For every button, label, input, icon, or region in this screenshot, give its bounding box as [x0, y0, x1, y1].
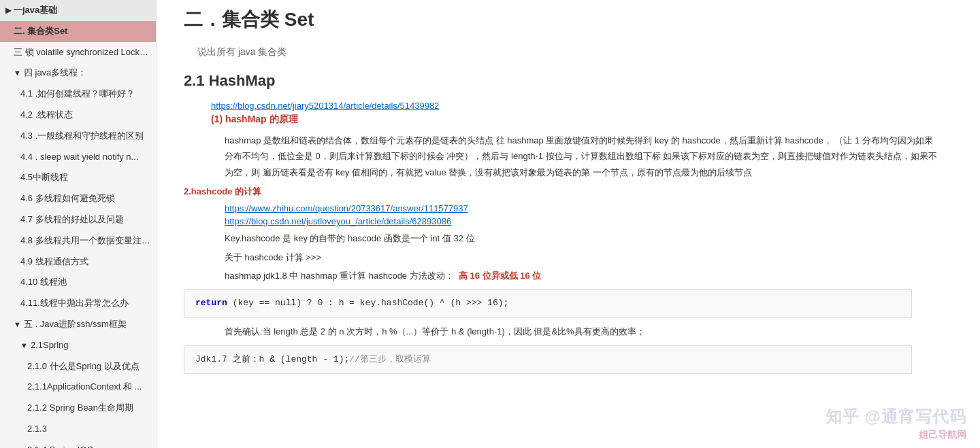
hashcode-calc-intro: 关于 hashcode 计算 >>>	[184, 249, 953, 265]
sidebar-item-4-5[interactable]: 4.5中断线程	[0, 167, 156, 188]
sidebar-item-4-4[interactable]: 4.4 . sleep wait yield notify n...	[0, 147, 156, 168]
sidebar: ▶一java基础 二. 集合类Set 三 锁 volatile synchron…	[0, 0, 157, 448]
arrow-icon: ▼	[14, 67, 21, 80]
code-content-2: Jdk1.7 之前：h & (length - 1);//第三步，取模运算	[184, 345, 912, 375]
hashmap-description: hashmap 是数组和链表的结合体，数组每个元素存的是链表的头结点 往 has…	[184, 133, 953, 180]
sidebar-item-set[interactable]: 二. 集合类Set	[0, 21, 156, 42]
length-explanation: 首先确认:当 length 总是 2 的 n 次方时，h %（...）等价于 h…	[184, 324, 953, 339]
code-comment: //第三步，取模运算	[349, 354, 431, 364]
link-zhihu[interactable]: https://www.zhihu.com/question/20733617/…	[225, 203, 953, 213]
sidebar-item-4-8[interactable]: 4.8 多线程共用一个数据变量注意...	[0, 230, 156, 252]
sidebar-item-4-1[interactable]: 4.1 .如何创建线程？哪种好？	[0, 84, 156, 105]
page-title: 二．集合类 Set	[184, 7, 953, 33]
sidebar-item-2-1-1[interactable]: 2.1.1ApplicationContext 和 ...	[0, 377, 156, 398]
link-csdn-hashmap[interactable]: https://blog.csdn.net/jiary5201314/artic…	[184, 101, 953, 111]
sidebar-item-java-basics[interactable]: ▶一java基础	[0, 0, 156, 21]
sidebar-item-4-9[interactable]: 4.9 线程通信方式	[0, 252, 156, 273]
section-title-hashmap: 2.1 HashMap	[184, 72, 953, 90]
code-block-2: Jdk1.7 之前：h & (length - 1);//第三步，取模运算	[184, 345, 912, 375]
hashcode-links-block: https://www.zhihu.com/question/20733617/…	[184, 203, 953, 226]
arrow-icon: ▶	[5, 5, 11, 17]
sidebar-item-4-6[interactable]: 4.6 多线程如何避免死锁	[0, 188, 156, 209]
sidebar-item-2-1-0[interactable]: 2.1.0 什么是Spring 以及优点	[0, 356, 156, 377]
sidebar-item-multithreading[interactable]: ▼四 java多线程：	[0, 63, 156, 84]
red-highlight: 高 16 位异或低 16 位	[459, 271, 541, 281]
sidebar-item-4-3[interactable]: 4.3 .一般线程和守护线程的区别	[0, 126, 156, 147]
subtitle-text: 说出所有 java 集合类	[184, 46, 953, 58]
code-text-2: Jdk1.7 之前：h & (length - 1);	[195, 354, 349, 364]
sidebar-item-4-2[interactable]: 4.2 .线程状态	[0, 105, 156, 126]
arrow-icon: ▼	[14, 319, 21, 331]
link-csdn-hashcode[interactable]: https://blog.csdn.net/justloveyou_/artic…	[225, 216, 953, 226]
sidebar-item-2-1-2[interactable]: 2.1.2 Spring Bean生命周期	[0, 398, 156, 419]
sidebar-item-4-10[interactable]: 4.10 线程池	[0, 272, 156, 293]
sidebar-item-4-7[interactable]: 4.7 多线程的好处以及问题	[0, 209, 156, 230]
hashmap-jdk18-desc: hashmap jdk1.8 中 hashmap 重计算 hashcode 方法…	[184, 268, 953, 283]
sidebar-item-2-1-3[interactable]: 2.1.3	[0, 419, 156, 440]
code-block-1: return (key == null) ? 0 : h = key.hashC…	[184, 289, 912, 318]
hashcode-int-desc: Key.hashcode 是 key 的自带的 hascode 函数是一个 in…	[184, 230, 953, 246]
arrow-icon: ▼	[20, 340, 28, 352]
code-text-1: (key == null) ? 0 : h = key.hashCode() ^…	[233, 298, 509, 308]
sidebar-item-lock[interactable]: 三 锁 volatile synchronized Lock R...	[0, 42, 156, 63]
sidebar-item-4-11[interactable]: 4.11.线程中抛出异常怎么办	[0, 293, 156, 314]
sidebar-item-2-1-4[interactable]: 2.1.4 Spring IOC	[0, 440, 156, 448]
code-content-1: return (key == null) ? 0 : h = key.hashC…	[184, 289, 912, 318]
hashcode-calc-label: 2.hashcode 的计算	[184, 186, 953, 198]
main-content: 二．集合类 Set 说出所有 java 集合类 2.1 HashMap http…	[157, 0, 980, 448]
keyword-return: return	[195, 298, 227, 308]
sidebar-item-5[interactable]: ▼五 . Java进阶ssh/ssm框架	[0, 314, 156, 335]
hashmap-principle-label: (1) hashMap 的原理	[184, 114, 953, 126]
sidebar-item-spring[interactable]: ▼2.1Spring	[0, 335, 156, 356]
